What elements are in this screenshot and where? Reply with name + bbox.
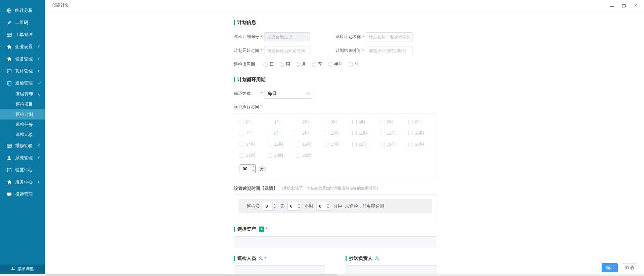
sidebar-item-work-order[interactable]: 工单管理 [0, 29, 45, 41]
minute-stepper[interactable] [240, 164, 256, 173]
sidebar-item-inspection-tasks[interactable]: 巡检任务 [0, 119, 45, 130]
sidebar-item-inspection-plan[interactable]: 巡检计划 [0, 109, 45, 119]
plan-no-input[interactable] [264, 32, 310, 41]
overdue-hour-input[interactable] [288, 204, 296, 209]
close-button[interactable]: × [633, 3, 638, 8]
sidebar-item-enterprise-settings[interactable]: 企业设置 [0, 41, 45, 53]
cycle-radio[interactable]: 日 [263, 61, 274, 67]
hour-checkbox[interactable]: 17时 [324, 141, 352, 147]
loop-mode-select[interactable]: 每日 [264, 89, 313, 99]
hour-checkbox[interactable]: 8时 [268, 130, 296, 136]
hour-checkbox[interactable]: 3时 [324, 119, 352, 125]
minimize-button[interactable] [610, 3, 614, 8]
stepper-arrows-icon[interactable] [326, 202, 330, 210]
checkbox-icon[interactable] [296, 131, 300, 135]
stepper-arrows-icon[interactable] [297, 202, 301, 210]
checkbox-icon[interactable] [296, 142, 300, 146]
horizontal-scrollbar[interactable] [0, 274, 644, 276]
hour-checkbox[interactable]: 22时 [268, 152, 296, 159]
checkbox-icon[interactable] [324, 142, 328, 146]
checkbox-icon[interactable] [408, 131, 413, 135]
sidebar-item-stats[interactable]: 统计分析 [0, 4, 45, 16]
hour-checkbox[interactable]: 18时 [352, 141, 381, 147]
hour-checkbox[interactable]: 7时 [240, 130, 268, 136]
stepper-arrows-icon[interactable] [251, 165, 255, 173]
radio-icon[interactable] [280, 62, 284, 67]
checkbox-icon[interactable] [296, 120, 300, 124]
overdue-day-stepper[interactable] [263, 202, 277, 211]
overdue-hour-stepper[interactable] [287, 202, 301, 211]
sidebar-item-repair-experience[interactable]: 维修经验 [0, 140, 45, 152]
checkbox-icon[interactable] [240, 120, 244, 124]
hour-checkbox[interactable]: 16时 [296, 141, 324, 147]
hour-checkbox[interactable]: 9时 [296, 130, 324, 136]
sidebar-item-inspection-items[interactable]: 巡检项目 [0, 99, 45, 109]
restore-button[interactable] [621, 3, 626, 8]
cancel-button[interactable]: 取消 [622, 263, 637, 272]
hour-checkbox[interactable]: 2时 [296, 119, 324, 125]
checkbox-icon[interactable] [268, 131, 272, 135]
hour-checkbox[interactable]: 13时 [408, 130, 437, 136]
hour-checkbox[interactable]: 6时 [408, 119, 437, 125]
cycle-radio[interactable]: 年 [349, 61, 359, 67]
checkbox-icon[interactable] [240, 142, 244, 146]
radio-icon[interactable] [312, 62, 316, 67]
checkbox-icon[interactable] [352, 131, 357, 135]
stepper-arrows-icon[interactable] [272, 202, 277, 210]
overdue-minute-stepper[interactable] [316, 202, 330, 211]
sidebar-item-device-mgmt[interactable]: 设备管理 [0, 53, 45, 65]
end-time-input[interactable] [366, 46, 413, 55]
checkbox-icon[interactable] [324, 131, 328, 135]
sidebar-item-service-center[interactable]: 服务中心 [0, 176, 45, 188]
hour-checkbox[interactable]: 23时 [296, 152, 324, 159]
hour-checkbox[interactable]: 20时 [408, 141, 437, 147]
plan-name-input[interactable] [366, 32, 413, 41]
radio-icon[interactable] [263, 62, 268, 67]
cycle-radio[interactable]: 周 [280, 61, 290, 67]
overdue-day-input[interactable] [263, 204, 271, 209]
overdue-minute-input[interactable] [317, 204, 325, 209]
hour-checkbox[interactable]: 10时 [324, 130, 352, 136]
sidebar-item-qrcode[interactable]: 二维码 [0, 16, 45, 29]
checkbox-icon[interactable] [268, 120, 272, 124]
checkbox-icon[interactable] [408, 120, 413, 124]
person-add-icon[interactable] [375, 256, 380, 261]
checkbox-icon[interactable] [324, 120, 328, 124]
hour-checkbox[interactable]: 1时 [268, 119, 296, 125]
person-add-icon[interactable] [258, 256, 263, 261]
cycle-radio[interactable]: 季 [312, 61, 322, 67]
hour-checkbox[interactable]: 11时 [352, 130, 381, 136]
hour-checkbox[interactable]: 12时 [381, 130, 409, 136]
hour-checkbox[interactable]: 19时 [381, 141, 409, 147]
radio-icon[interactable] [296, 62, 300, 67]
minute-input[interactable] [240, 166, 250, 171]
checkbox-icon[interactable] [408, 142, 413, 146]
checkbox-icon[interactable] [381, 142, 385, 146]
checkbox-icon[interactable] [240, 153, 244, 158]
radio-icon[interactable] [328, 62, 332, 67]
sidebar-item-settings-center[interactable]: 设置中心 [0, 164, 45, 176]
hour-checkbox[interactable]: 4时 [352, 119, 381, 125]
sidebar-item-inspection-records[interactable]: 巡检记录 [0, 130, 45, 140]
start-time-input[interactable] [264, 46, 310, 55]
radio-icon[interactable] [349, 62, 353, 67]
scrollbar-thumb[interactable] [45, 274, 337, 276]
hour-checkbox[interactable]: 14时 [240, 141, 268, 147]
add-asset-button[interactable]: + [259, 227, 264, 232]
cycle-radio[interactable]: 半年 [328, 61, 343, 67]
sidebar-item-consumables[interactable]: 耗材管理 [0, 65, 45, 77]
cycle-radio[interactable]: 月 [296, 61, 306, 67]
hour-checkbox[interactable]: 0时 [240, 119, 268, 125]
checkbox-icon[interactable] [352, 120, 357, 124]
sidebar-item-system-mgmt[interactable]: 系统管理 [0, 152, 45, 164]
checkbox-icon[interactable] [240, 131, 244, 135]
checkbox-icon[interactable] [381, 120, 385, 124]
checkbox-icon[interactable] [296, 153, 300, 158]
confirm-button[interactable]: 确定 [602, 263, 618, 272]
sidebar-item-inspection-mgmt[interactable]: 巡检管理 [0, 77, 45, 89]
hour-checkbox[interactable]: 21时 [240, 152, 268, 159]
checkbox-icon[interactable] [268, 153, 272, 158]
hour-checkbox[interactable]: 15时 [268, 141, 296, 147]
checkbox-icon[interactable] [268, 142, 272, 146]
sidebar-item-complaints[interactable]: 投诉管理 [0, 188, 45, 200]
